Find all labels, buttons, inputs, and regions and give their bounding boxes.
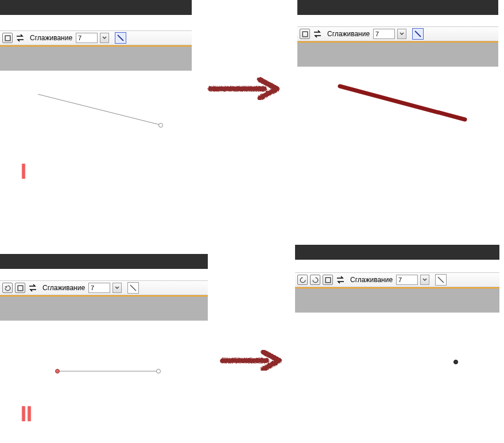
result-end-handle[interactable] [453,360,458,364]
canvas-header [0,47,192,71]
svg-rect-7 [18,286,23,291]
smoothing-dropdown[interactable] [113,283,122,293]
smoothing-dropdown[interactable] [397,29,406,39]
toolbar-button-a[interactable] [300,29,310,39]
swap-icon [335,275,346,285]
svg-rect-11 [325,278,331,283]
smoothing-label: Сглаживание [42,284,85,292]
swap-icon [28,283,38,293]
svg-line-12 [438,277,444,283]
drawn-line-preview-1 [37,92,169,132]
toolbar-button-rot-ccw[interactable] [297,275,308,285]
canvas-header [297,43,498,67]
smoothing-label: Сглаживание [30,34,72,42]
panel-1-after: Сглаживание [297,0,498,67]
svg-rect-0 [5,36,10,41]
line-tool-button[interactable] [412,28,424,40]
smoothing-dropdown[interactable] [420,275,429,285]
titlebar [295,245,499,260]
step-marker-2: II [21,402,32,426]
canvas-header [0,296,208,321]
toolbar-button-a[interactable] [323,275,333,285]
tool-options-bar: Сглаживание [295,272,499,287]
line-end-handle-1[interactable] [158,123,163,128]
smoothing-label: Сглаживание [327,30,370,38]
panel-2-before: Сглаживание [0,254,208,321]
svg-line-2 [38,94,162,125]
panel-2-after: Сглаживание [295,245,499,313]
svg-line-6 [340,86,465,120]
smoothing-input[interactable] [88,283,110,293]
svg-rect-4 [303,32,308,37]
line-end-handle-2[interactable] [156,369,161,373]
swap-icon [15,33,25,43]
canvas-header [295,288,499,313]
toolbar-button-a[interactable] [2,33,13,43]
smoothing-input[interactable] [76,33,98,43]
svg-line-1 [118,35,123,41]
result-stroke-1 [338,83,470,125]
swap-icon [312,29,323,39]
smoothing-input[interactable] [373,29,395,39]
smoothing-dropdown[interactable] [100,33,109,43]
tool-options-bar: Сглаживание [0,280,208,295]
result-stroke-2 [348,356,463,368]
titlebar [297,0,498,15]
smoothing-input[interactable] [396,275,418,285]
toolbar-button-a[interactable] [15,283,25,293]
tool-options-bar: Сглаживание [0,30,192,45]
line-tool-button[interactable] [127,282,139,294]
tutorial-arrow-1 [207,76,280,101]
tutorial-arrow-2 [219,348,282,372]
smoothing-label: Сглаживание [350,276,393,284]
toolbar-button-rot-cw[interactable] [310,275,320,285]
drawn-line-preview-2 [57,368,163,373]
svg-line-8 [130,285,136,291]
line-start-handle-2[interactable] [55,369,60,373]
line-tool-button[interactable] [435,274,447,286]
toolbar-button-rot[interactable] [2,283,13,293]
svg-line-5 [415,31,421,37]
titlebar [0,254,208,269]
line-tool-button[interactable] [115,32,126,44]
tool-options-bar: Сглаживание [297,26,498,41]
titlebar [0,0,192,15]
panel-1-before: Сглаживание [0,0,192,71]
step-marker-1: I [21,160,26,184]
